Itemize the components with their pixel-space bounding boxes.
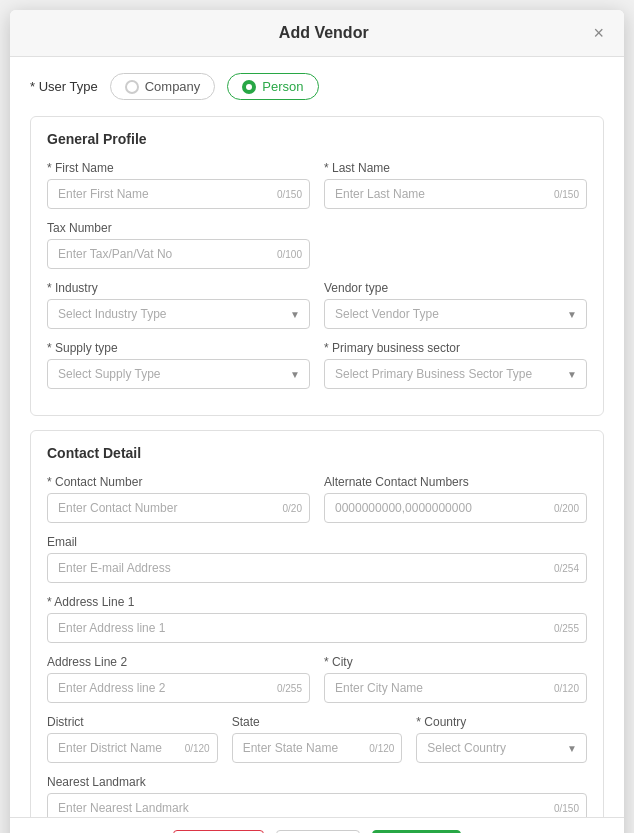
industry-group: * Industry Select Industry Type ▼ — [47, 281, 310, 329]
contact-detail-section: Contact Detail * Contact Number 0/20 Alt… — [30, 430, 604, 817]
close-button[interactable]: × — [593, 24, 604, 42]
general-profile-title: General Profile — [47, 131, 587, 147]
address2-group: Address Line 2 0/255 — [47, 655, 310, 703]
contact-row: * Contact Number 0/20 Alternate Contact … — [47, 475, 587, 523]
primary-business-label: * Primary business sector — [324, 341, 587, 355]
last-name-char-count: 0/150 — [554, 189, 579, 200]
contact-detail-title: Contact Detail — [47, 445, 587, 461]
address2-city-row: Address Line 2 0/255 * City 0/120 — [47, 655, 587, 703]
state-group: State 0/120 — [232, 715, 403, 763]
supply-type-group: * Supply type Select Supply Type ▼ — [47, 341, 310, 389]
user-type-row: * User Type Company Person — [30, 73, 604, 100]
vendor-type-group: Vendor type Select Vendor Type ▼ — [324, 281, 587, 329]
city-char-count: 0/120 — [554, 683, 579, 694]
address1-row: * Address Line 1 0/255 — [47, 595, 587, 643]
district-wrapper: 0/120 — [47, 733, 218, 763]
first-name-label: * First Name — [47, 161, 310, 175]
contact-number-input[interactable] — [47, 493, 310, 523]
vendor-type-select[interactable]: Select Vendor Type — [324, 299, 587, 329]
tax-number-group: Tax Number 0/100 — [47, 221, 310, 269]
last-name-label: * Last Name — [324, 161, 587, 175]
general-profile-section: General Profile * First Name 0/150 * Las… — [30, 116, 604, 416]
modal-footer: Cancel Reset Create — [10, 817, 624, 833]
address1-label: * Address Line 1 — [47, 595, 587, 609]
tax-number-wrapper: 0/100 — [47, 239, 310, 269]
first-name-char-count: 0/150 — [277, 189, 302, 200]
industry-vendor-row: * Industry Select Industry Type ▼ Vendor… — [47, 281, 587, 329]
address2-wrapper: 0/255 — [47, 673, 310, 703]
supply-primary-row: * Supply type Select Supply Type ▼ * Pri… — [47, 341, 587, 389]
landmark-row: Nearest Landmark 0/150 — [47, 775, 587, 817]
contact-number-char-count: 0/20 — [283, 503, 302, 514]
primary-business-select[interactable]: Select Primary Business Sector Type — [324, 359, 587, 389]
landmark-group: Nearest Landmark 0/150 — [47, 775, 587, 817]
primary-business-select-wrapper: Select Primary Business Sector Type ▼ — [324, 359, 587, 389]
landmark-char-count: 0/150 — [554, 803, 579, 814]
last-name-wrapper: 0/150 — [324, 179, 587, 209]
contact-number-label: * Contact Number — [47, 475, 310, 489]
person-radio[interactable]: Person — [227, 73, 318, 100]
alternate-contact-char-count: 0/200 — [554, 503, 579, 514]
state-label: State — [232, 715, 403, 729]
address1-wrapper: 0/255 — [47, 613, 587, 643]
address2-input[interactable] — [47, 673, 310, 703]
district-state-country-row: District 0/120 State 0/120 * Country — [47, 715, 587, 763]
supply-type-select[interactable]: Select Supply Type — [47, 359, 310, 389]
industry-label: * Industry — [47, 281, 310, 295]
district-group: District 0/120 — [47, 715, 218, 763]
modal-title: Add Vendor — [54, 24, 593, 42]
email-label: Email — [47, 535, 587, 549]
primary-business-group: * Primary business sector Select Primary… — [324, 341, 587, 389]
tax-number-input[interactable] — [47, 239, 310, 269]
city-label: * City — [324, 655, 587, 669]
contact-number-group: * Contact Number 0/20 — [47, 475, 310, 523]
tax-number-char-count: 0/100 — [277, 249, 302, 260]
modal-header: Add Vendor × — [10, 10, 624, 57]
state-char-count: 0/120 — [369, 743, 394, 754]
district-label: District — [47, 715, 218, 729]
country-select-wrapper: Select Country ▼ — [416, 733, 587, 763]
district-char-count: 0/120 — [185, 743, 210, 754]
contact-number-wrapper: 0/20 — [47, 493, 310, 523]
alternate-contact-label: Alternate Contact Numbers — [324, 475, 587, 489]
country-select[interactable]: Select Country — [416, 733, 587, 763]
email-row: Email 0/254 — [47, 535, 587, 583]
state-wrapper: 0/120 — [232, 733, 403, 763]
person-radio-circle — [242, 80, 256, 94]
email-input[interactable] — [47, 553, 587, 583]
first-name-input[interactable] — [47, 179, 310, 209]
first-name-group: * First Name 0/150 — [47, 161, 310, 209]
company-radio-circle — [125, 80, 139, 94]
supply-type-label: * Supply type — [47, 341, 310, 355]
landmark-wrapper: 0/150 — [47, 793, 587, 817]
industry-select-wrapper: Select Industry Type ▼ — [47, 299, 310, 329]
add-vendor-modal: Add Vendor × * User Type Company Person … — [10, 10, 624, 833]
industry-select[interactable]: Select Industry Type — [47, 299, 310, 329]
user-type-label: * User Type — [30, 79, 98, 94]
address2-char-count: 0/255 — [277, 683, 302, 694]
address2-label: Address Line 2 — [47, 655, 310, 669]
modal-body: * User Type Company Person General Profi… — [10, 57, 624, 817]
alternate-contact-group: Alternate Contact Numbers 0/200 — [324, 475, 587, 523]
landmark-input[interactable] — [47, 793, 587, 817]
email-wrapper: 0/254 — [47, 553, 587, 583]
supply-type-select-wrapper: Select Supply Type ▼ — [47, 359, 310, 389]
email-group: Email 0/254 — [47, 535, 587, 583]
address1-char-count: 0/255 — [554, 623, 579, 634]
landmark-label: Nearest Landmark — [47, 775, 587, 789]
vendor-type-label: Vendor type — [324, 281, 587, 295]
email-char-count: 0/254 — [554, 563, 579, 574]
tax-spacer — [324, 221, 587, 269]
alternate-contact-input[interactable] — [324, 493, 587, 523]
address1-input[interactable] — [47, 613, 587, 643]
company-radio[interactable]: Company — [110, 73, 216, 100]
city-input[interactable] — [324, 673, 587, 703]
country-label: * Country — [416, 715, 587, 729]
tax-row: Tax Number 0/100 — [47, 221, 587, 269]
company-label: Company — [145, 79, 201, 94]
city-group: * City 0/120 — [324, 655, 587, 703]
first-name-wrapper: 0/150 — [47, 179, 310, 209]
alternate-contact-wrapper: 0/200 — [324, 493, 587, 523]
name-row: * First Name 0/150 * Last Name 0/150 — [47, 161, 587, 209]
last-name-input[interactable] — [324, 179, 587, 209]
